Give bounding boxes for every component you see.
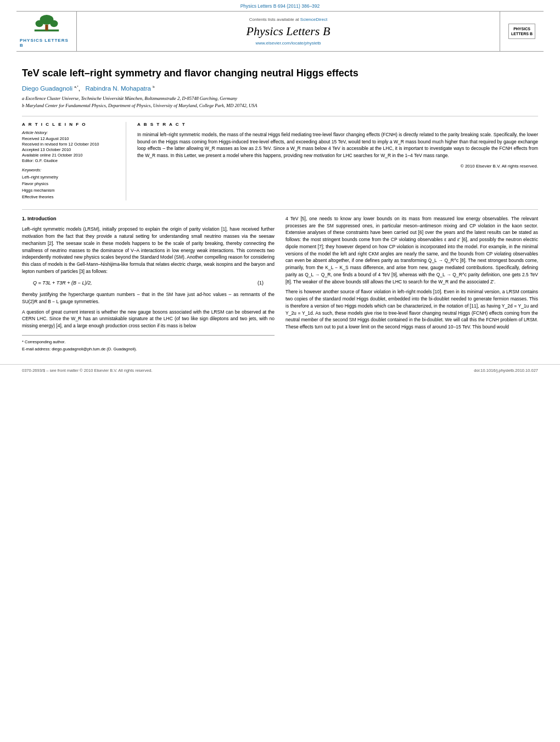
article-info-column: A R T I C L E I N F O Article history: R… xyxy=(22,122,126,200)
contents-available-text: Contents lists available at ScienceDirec… xyxy=(249,17,327,22)
affiliations: a Excellence Cluster Universe, Technisch… xyxy=(22,95,538,109)
info-abstract-section: A R T I C L E I N F O Article history: R… xyxy=(22,116,538,200)
elsevier-tree-icon xyxy=(30,15,63,37)
eq-content: Q = T3L + T3R + (B − L)/2, xyxy=(33,280,92,287)
journal-header-center: Contents lists available at ScienceDirec… xyxy=(77,12,500,51)
right-paragraph-1: 4 TeV [5], one needs to know any lower b… xyxy=(285,215,538,286)
keywords-label: Keywords: xyxy=(22,168,118,172)
journal-header: PHYSICS LETTERS B Contents lists availab… xyxy=(16,11,544,52)
intro-section-title: 1. Introduction xyxy=(22,215,275,223)
equation-1: Q = T3L + T3R + (B − L)/2, (1) xyxy=(22,280,275,287)
journal-ref: Physics Letters B 694 (2011) 386–392 xyxy=(0,0,560,11)
badge-box: PHYSICSLETTERS B xyxy=(508,24,535,39)
elsevier-brand: PHYSICS LETTERS B xyxy=(20,38,73,48)
author-mohapatra[interactable]: Rabindra N. Mohapatra xyxy=(85,85,151,92)
svg-point-2 xyxy=(35,20,43,27)
article-title: TeV scale left–right symmetry and flavor… xyxy=(22,67,538,80)
right-paragraph-2: There is however another source of flavo… xyxy=(285,288,538,331)
footer-bar: 0370-2693/$ – see front matter © 2010 El… xyxy=(0,364,560,376)
article-dates: Received 12 August 2010 Received in revi… xyxy=(22,136,118,163)
footer-doi: doi:10.1016/j.physletb.2010.10.027 xyxy=(474,368,538,373)
footnote-area: * Corresponding author. E-mail address: … xyxy=(22,335,275,353)
keywords-list: Left–right symmetry Flavor physics Higgs… xyxy=(22,174,118,200)
journal-url[interactable]: www.elsevier.com/locate/physletb xyxy=(255,41,321,46)
sciencedirect-link[interactable]: ScienceDirect xyxy=(300,17,327,22)
abstract-title: A B S T R A C T xyxy=(137,122,538,127)
copyright-notice: © 2010 Elsevier B.V. All rights reserved… xyxy=(137,164,538,169)
left-body-column: 1. Introduction Left–right symmetric mod… xyxy=(22,215,275,354)
svg-rect-4 xyxy=(45,25,48,31)
author-guadagnoli[interactable]: Diego Guadagnoli xyxy=(22,85,72,92)
affiliation-a: a Excellence Cluster Universe, Technisch… xyxy=(22,95,538,102)
eq-number: (1) xyxy=(257,280,264,287)
abstract-column: A B S T R A C T In minimal left–right sy… xyxy=(137,122,538,200)
abstract-text: In minimal left–right symmetric models, … xyxy=(137,131,538,159)
history-label: Article history: xyxy=(22,130,118,135)
article-info-title: A R T I C L E I N F O xyxy=(22,122,118,127)
elsevier-logo-area: PHYSICS LETTERS B xyxy=(16,12,77,51)
authors-line: Diego Guadagnoli a,*, Rabindra N. Mohapa… xyxy=(22,85,538,92)
footnote-email: E-mail address: diego.guadagnoli@ph.tum.… xyxy=(22,346,275,352)
svg-point-3 xyxy=(50,20,58,27)
footnote-corresponding: * Corresponding author. xyxy=(22,339,275,345)
article-body: TeV scale left–right symmetry and flavor… xyxy=(0,52,560,364)
section-divider xyxy=(22,209,538,210)
affiliation-b: b Maryland Center for Fundamental Physic… xyxy=(22,102,538,109)
journal-badge: PHYSICSLETTERS B xyxy=(500,12,544,51)
intro-paragraph-3: A question of great current interest is … xyxy=(22,309,275,330)
article-body-columns: 1. Introduction Left–right symmetric mod… xyxy=(22,215,538,354)
intro-paragraph-2: thereby justifying the hypercharge quant… xyxy=(22,291,275,305)
journal-title: Physics Letters B xyxy=(247,24,331,38)
footer-license: 0370-2693/$ – see front matter © 2010 El… xyxy=(22,368,152,373)
right-body-column: 4 TeV [5], one needs to know any lower b… xyxy=(285,215,538,354)
intro-paragraph-1: Left–right symmetric models (LRSM), init… xyxy=(22,226,275,275)
